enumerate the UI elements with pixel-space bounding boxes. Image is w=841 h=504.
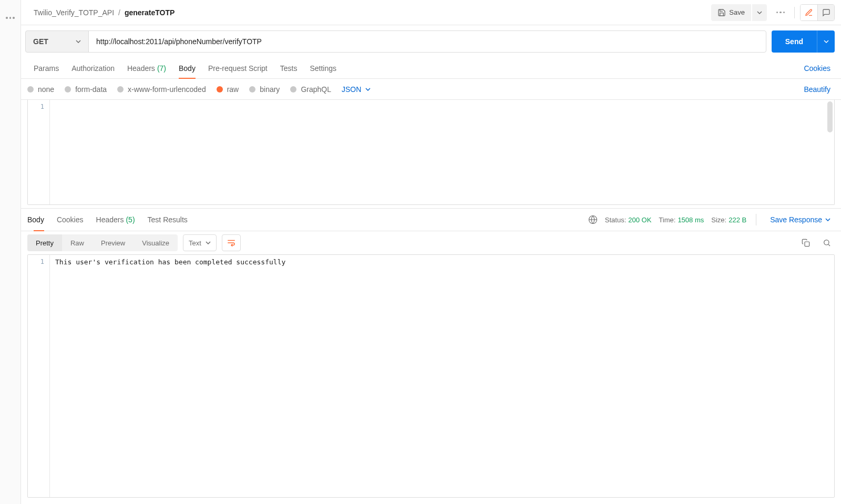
tab-tests[interactable]: Tests [274,58,304,78]
body-type-graphql[interactable]: GraphQL [290,85,331,94]
time-label: Time:1508 ms [659,216,704,224]
body-type-x-www-form-urlencoded[interactable]: x-www-form-urlencoded [117,85,206,94]
save-options-button[interactable] [752,4,767,21]
send-options-button[interactable] [817,30,835,53]
chevron-down-icon [206,241,211,244]
request-tabs: Params Authorization Headers (7) Body Pr… [21,58,841,79]
cookies-link[interactable]: Cookies [799,64,835,73]
response-format-label: Text [189,239,201,247]
tab-body[interactable]: Body [172,58,202,78]
editor-content: This user's verification has been comple… [50,255,834,497]
request-url-input[interactable] [89,31,766,52]
tab-params[interactable]: Params [27,58,65,78]
editor-content[interactable] [50,100,834,204]
breadcrumb-collection[interactable]: Twilio_Verify_TOTP_API [34,8,114,17]
chevron-down-icon [757,10,762,15]
wrap-lines-toggle[interactable] [222,234,241,251]
radio-icon [117,86,124,92]
chevron-down-icon [824,39,829,44]
beautify-link[interactable]: Beautify [799,85,835,94]
response-body-editor[interactable]: 1 This user's verification has been comp… [27,254,835,498]
radio-icon [249,86,255,92]
view-pretty[interactable]: Pretty [27,234,62,251]
copy-icon [802,239,810,247]
svg-point-4 [824,240,829,245]
save-button[interactable]: Save [711,4,751,21]
radio-icon [217,86,223,92]
response-tab-body[interactable]: Body [27,209,50,231]
tab-headers-label: Headers [127,64,155,73]
editor-gutter: 1 [28,255,50,497]
body-type-form-data[interactable]: form-data [65,85,107,94]
response-tab-headers-count: (5) [126,215,135,224]
status-value: 200 OK [628,216,651,224]
request-more-button[interactable] [772,4,789,21]
body-format-label: JSON [342,85,361,94]
view-preview[interactable]: Preview [93,234,134,251]
copy-response-button[interactable] [798,235,814,251]
response-tab-headers[interactable]: Headers (5) [90,209,141,231]
search-response-button[interactable] [819,235,835,251]
response-tab-cookies[interactable]: Cookies [50,209,90,231]
tab-headers[interactable]: Headers (7) [121,58,172,78]
status-label: Status:200 OK [605,216,652,224]
ellipsis-icon [776,12,785,14]
request-url-row: GET Send [21,25,841,58]
response-view-controls: Pretty Raw Preview Visualize Text [21,231,841,254]
response-tabs: Body Cookies Headers (5) Test Results St… [21,208,841,231]
send-button[interactable]: Send [772,30,817,53]
body-type-binary[interactable]: binary [249,85,280,94]
comment-icon [822,8,830,17]
line-number: 1 [28,258,44,265]
tab-settings[interactable]: Settings [303,58,343,78]
response-tab-headers-label: Headers [96,215,124,224]
tab-headers-count: (7) [157,64,166,73]
radio-icon [27,86,34,92]
response-format-select[interactable]: Text [183,234,217,251]
svg-rect-3 [805,242,809,246]
tab-prerequest[interactable]: Pre-request Script [202,58,274,78]
chevron-down-icon [76,40,81,43]
http-method-select[interactable]: GET [26,31,89,52]
view-raw[interactable]: Raw [62,234,93,251]
save-response-button[interactable]: Save Response [766,215,835,224]
time-value: 1508 ms [678,216,704,224]
response-tab-test-results[interactable]: Test Results [141,209,194,231]
tab-authorization[interactable]: Authorization [65,58,121,78]
breadcrumb-request[interactable]: generateTOTP [125,8,175,17]
http-method-label: GET [33,37,48,46]
size-label: Size:222 B [711,216,746,224]
divider [756,214,756,225]
request-header-bar: Twilio_Verify_TOTP_API / generateTOTP Sa… [21,0,841,25]
radio-icon [290,86,296,92]
size-value: 222 B [729,216,746,224]
save-icon [717,8,726,17]
globe-icon[interactable] [588,215,598,224]
breadcrumb: Twilio_Verify_TOTP_API / generateTOTP [27,8,175,17]
request-body-editor[interactable]: 1 [27,100,835,205]
save-button-label: Save [729,8,745,16]
pencil-icon [805,8,813,17]
documentation-toggle[interactable] [801,5,817,20]
divider [794,7,795,18]
view-visualize[interactable]: Visualize [134,234,178,251]
chevron-down-icon [825,218,830,221]
svg-line-5 [828,244,830,246]
radio-icon [65,86,71,92]
sidebar-more-button[interactable] [2,9,19,26]
response-view-mode: Pretty Raw Preview Visualize [27,234,178,251]
chevron-down-icon [365,88,371,91]
comments-toggle[interactable] [817,5,834,20]
editor-gutter: 1 [28,100,50,204]
ellipsis-icon [6,17,15,19]
sidebar-rail [0,0,21,504]
body-type-none[interactable]: none [27,85,54,94]
body-type-raw[interactable]: raw [217,85,239,94]
scrollbar-vertical[interactable] [826,100,834,204]
line-number: 1 [28,103,44,110]
response-line-1: This user's verification has been comple… [55,258,829,266]
body-format-select[interactable]: JSON [342,85,371,94]
breadcrumb-sep: / [118,8,120,17]
search-icon [823,239,831,247]
wrap-icon [227,239,236,246]
